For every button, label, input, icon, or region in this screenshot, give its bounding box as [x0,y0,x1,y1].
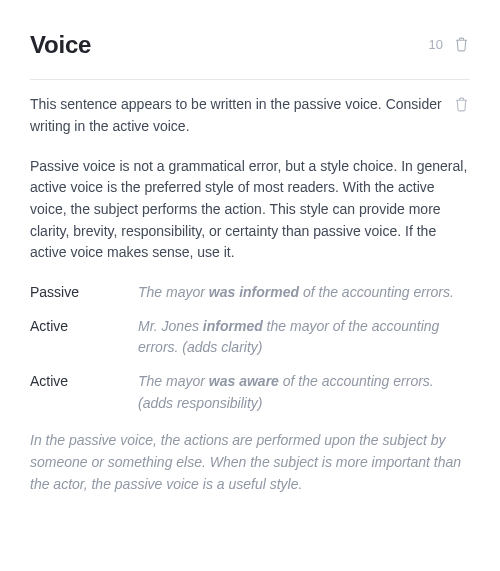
example-label: Active [30,316,120,359]
example-text: The mayor was informed of the accounting… [138,282,470,304]
voice-card: Voice 10 This sentence appears to be wri… [0,0,500,571]
example-label: Active [30,371,120,414]
example-row: Active The mayor was aware of the accoun… [30,371,470,414]
card-header: Voice 10 [30,26,470,80]
header-actions: 10 [429,35,470,55]
trash-icon[interactable] [453,96,470,113]
footnote-text: In the passive voice, the actions are pe… [30,430,470,495]
example-row: Active Mr. Jones informed the mayor of t… [30,316,470,359]
issue-count: 10 [429,35,443,55]
example-list: Passive The mayor was informed of the ac… [30,282,470,414]
explanation-text: Passive voice is not a grammatical error… [30,156,470,264]
example-text: The mayor was aware of the accounting er… [138,371,470,414]
example-row: Passive The mayor was informed of the ac… [30,282,470,304]
trash-icon[interactable] [453,36,470,53]
example-label: Passive [30,282,120,304]
intro-text: This sentence appears to be written in t… [30,94,445,137]
card-title: Voice [30,26,91,63]
intro-row: This sentence appears to be written in t… [30,94,470,137]
example-text: Mr. Jones informed the mayor of the acco… [138,316,470,359]
